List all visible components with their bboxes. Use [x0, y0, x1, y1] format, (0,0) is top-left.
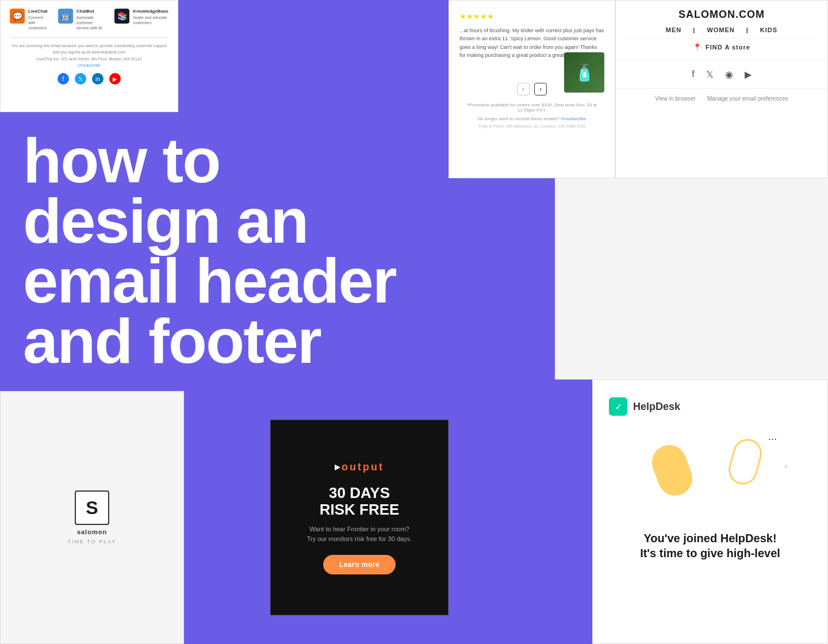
salomon-s-logo: S	[75, 490, 109, 525]
decoration-plus: +	[784, 462, 788, 471]
unsubscribe-row: No longer want to receive these emails? …	[459, 116, 604, 121]
knowledgebase-text: KnowledgeBase Guide and educate customer…	[133, 9, 168, 25]
chatbot-icon: 🤖	[58, 9, 73, 24]
next-button[interactable]: ›	[534, 83, 547, 95]
facebook-icon[interactable]: f	[692, 69, 694, 80]
helpdesk-logo-row: ✓ HelpDesk	[609, 397, 811, 416]
nav-separator2: |	[746, 26, 749, 33]
find-store-row[interactable]: 📍 FIND A store	[627, 38, 816, 56]
manage-preferences-link[interactable]: Manage your email preferences	[707, 95, 788, 102]
hero-title: how to design an email header and footer	[23, 131, 396, 371]
youtube-icon[interactable]: ▶	[745, 69, 752, 80]
helpdesk-email-panel: ✓ HelpDesk ··· + You've joined HelpDesk!…	[592, 379, 828, 644]
livechat-desc: Connect with customers	[28, 15, 48, 30]
decoration-dots: ···	[768, 433, 777, 445]
knowledgebase-service: 📚 KnowledgeBase Guide and educate custom…	[114, 9, 168, 25]
arm-illustration-2	[725, 436, 765, 488]
salomon-brand: SALOMON.COM	[627, 9, 816, 21]
right-background	[555, 178, 828, 379]
nav-kids[interactable]: KIDS	[760, 26, 777, 33]
salomon-tagline: TIME TO PLAY	[67, 539, 116, 545]
find-store-label: FIND A store	[706, 44, 750, 51]
nav-women[interactable]: WOMEN	[707, 26, 734, 33]
output-subtext: Want to hear Frontier in your room? Try …	[307, 524, 412, 543]
salomon-social-row: f 𝕏 ◉ ▶	[616, 61, 827, 89]
livechat-service: 💬 LiveChat Connect with customers	[10, 9, 48, 30]
salomon-email-panel: SALOMON.COM MEN | WOMEN | KIDS 📍 FIND A …	[615, 0, 828, 178]
twitter-icon[interactable]: 𝕏	[75, 73, 86, 85]
nav-men[interactable]: MEN	[666, 26, 681, 33]
salomon-logo-area: S salomon TIME TO PLAY	[67, 490, 116, 545]
pin-icon: 📍	[693, 43, 702, 51]
footer-legal-text: You are receiving this email because you…	[10, 43, 168, 68]
chatbot-text: ChatBot Automate customer service with A…	[76, 9, 104, 30]
prev-button[interactable]: ‹	[517, 83, 530, 95]
rating-stars: ★★★★★	[459, 12, 604, 21]
nav-separator: |	[693, 26, 695, 33]
instagram-icon[interactable]: ◉	[725, 69, 733, 80]
salomon-bottom-panel: S salomon TIME TO PLAY	[0, 391, 184, 644]
testimonial-panel: ★★★★★ ...at hours of brushing. My tinder…	[448, 0, 615, 178]
salomon-footer-links: View in browser Manage your email prefer…	[616, 89, 827, 109]
knowledgebase-desc: Guide and educate customers	[133, 15, 168, 25]
livechat-icon: 💬	[10, 9, 25, 24]
chatbot-desc: Automate customer service with AI	[76, 15, 104, 30]
salomon-header: SALOMON.COM MEN | WOMEN | KIDS 📍 FIND A …	[616, 1, 827, 61]
livechat-name: LiveChat	[28, 9, 48, 14]
livechat-email-footer: 💬 LiveChat Connect with customers 🤖 Chat…	[0, 0, 178, 112]
chatbot-service: 🤖 ChatBot Automate customer service with…	[58, 9, 104, 30]
youtube-icon[interactable]: ▶	[109, 73, 121, 85]
salomon-name: salomon	[77, 528, 107, 535]
hero-section: how to design an email header and footer	[0, 112, 448, 388]
divider	[10, 37, 168, 38]
chatbot-name: ChatBot	[76, 9, 104, 14]
social-icons-row: f 𝕏 in ▶	[10, 73, 168, 85]
services-row: 💬 LiveChat Connect with customers 🤖 Chat…	[10, 9, 168, 30]
output-logo: ▸output	[335, 461, 384, 473]
output-email-panel: ▸output 30 DAYS RISK FREE Want to hear F…	[270, 420, 448, 615]
purple-background-section	[184, 388, 270, 644]
unsubscribe-link[interactable]: Unsubscribe	[78, 63, 101, 67]
linkedin-icon[interactable]: in	[92, 73, 103, 85]
output-headline: 30 DAYS RISK FREE	[320, 485, 400, 518]
livechat-text: LiveChat Connect with customers	[28, 9, 48, 30]
view-in-browser-link[interactable]: View in browser	[655, 95, 695, 102]
salomon-nav: MEN | WOMEN | KIDS	[627, 26, 816, 33]
unsubscribe-link[interactable]: Unsubscribe	[561, 116, 586, 121]
facebook-icon[interactable]: f	[57, 73, 69, 85]
helpdesk-title: You've joined HelpDesk! It's time to giv…	[609, 531, 811, 561]
knowledgebase-name: KnowledgeBase	[133, 9, 168, 14]
helpdesk-illustration: ··· +	[609, 427, 811, 519]
knowledgebase-icon: 📚	[114, 9, 129, 24]
company-address: Pulp & Fibre 295 Waterloo St, London, ON…	[459, 124, 604, 129]
product-image: 🧴	[564, 52, 604, 93]
twitter-icon[interactable]: 𝕏	[706, 69, 714, 80]
helpdesk-check-icon: ✓	[609, 397, 627, 416]
learn-more-button[interactable]: Learn more	[323, 555, 396, 574]
promo-text: *Promotion available for orders over $10…	[459, 102, 604, 113]
arm-illustration-1	[647, 440, 697, 500]
helpdesk-brand: HelpDesk	[633, 401, 680, 413]
